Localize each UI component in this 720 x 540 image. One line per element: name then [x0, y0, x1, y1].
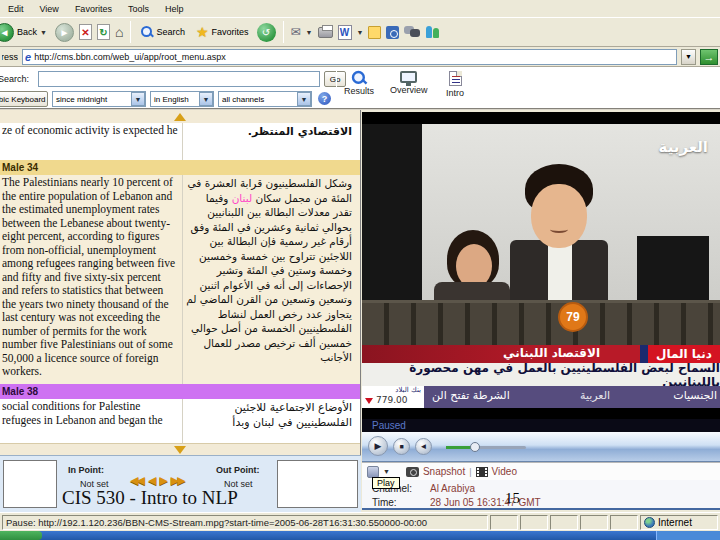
history-button[interactable]: ↺	[257, 23, 276, 42]
scroll-down-bar[interactable]	[0, 443, 360, 455]
header-divider	[438, 70, 439, 106]
status-cell	[520, 515, 548, 530]
utterance-arabic: الأوضاع الاجتماعية للاجئين الفلسطينيين ف…	[183, 399, 360, 443]
chevron-down-icon: ▼	[131, 92, 145, 106]
jump-forward-button[interactable]: ▶▶	[171, 474, 184, 487]
address-input[interactable]	[34, 52, 674, 62]
menu-tools[interactable]: Tools	[128, 4, 149, 14]
address-bar: Address e ▼ →	[0, 47, 720, 67]
utterance-row[interactable]: ze of economic activity is expected he ا…	[0, 123, 360, 160]
utterance-arabic: وشكل الفلسطينيون قرابة العشرة في المئة م…	[183, 175, 360, 384]
edit-word-button[interactable]: W	[338, 25, 352, 40]
research-button[interactable]	[386, 26, 399, 39]
search-button[interactable]: Search	[138, 25, 188, 39]
address-dropdown-button[interactable]: ▼	[681, 49, 696, 65]
time-range-select[interactable]: since midnight ▼	[52, 91, 146, 107]
status-message: Pause: http://192.1.120.236/BBN-CMS-Stre…	[2, 515, 488, 530]
notes-button[interactable]	[368, 26, 381, 39]
ticker-logo: العربية	[580, 389, 610, 402]
language-select[interactable]: in English ▼	[150, 91, 214, 107]
taskbar-sliver	[0, 531, 720, 540]
system-tray-sliver	[656, 531, 720, 540]
status-cell	[490, 515, 518, 530]
step-forward-button[interactable]: ▶	[159, 474, 165, 487]
nav-results-button[interactable]: Results	[344, 72, 374, 96]
utterance-row[interactable]: The Palestinians nearly 10 percent of th…	[0, 175, 360, 384]
stop-button[interactable]: ✕	[79, 24, 92, 40]
scroll-up-bar[interactable]	[0, 110, 360, 123]
search-go-button[interactable]: Go	[324, 71, 346, 87]
browser-toolbar: ◄ Back ▼ ► ✕ ↻ ⌂ Search ★ Favorites ↺ ✉ …	[0, 18, 720, 47]
news-caption: السماح لبعض الفلسطينيين بالعمل في مهن مح…	[362, 363, 720, 386]
home-button[interactable]: ⌂	[115, 24, 123, 40]
nav-overview-button[interactable]: Overview	[390, 71, 428, 95]
snapshot-link[interactable]: Snapshot	[423, 466, 465, 477]
play-button[interactable]: ▶	[368, 436, 388, 456]
status-bar: Pause: http://192.1.120.236/BBN-CMS-Stre…	[0, 512, 720, 531]
edit-dropdown-icon[interactable]: ▼	[357, 29, 364, 36]
ie-page-icon: e	[25, 51, 31, 63]
jump-back-button[interactable]: ◀◀	[130, 474, 143, 487]
back-icon: ◄	[0, 23, 14, 42]
arabic-text: وفيما تقدر معدلات البطالة بين اللبنانيين…	[186, 192, 352, 364]
stop-playback-button[interactable]: ■	[393, 438, 410, 455]
banner-title: الاقتصاد اللبناني	[503, 346, 600, 360]
menu-edit[interactable]: Edit	[8, 4, 24, 14]
play-menu-dropdown-icon[interactable]: ▼	[383, 468, 390, 475]
out-point-label: Out Point:	[216, 465, 260, 475]
utterance-arabic: الاقتصادي المنتظر.	[183, 123, 360, 160]
channel-select[interactable]: all channels ▼	[218, 91, 312, 107]
clip-controls-bar: In Point: Not set ◀◀ ◀ ▶ ▶▶ Out Point: N…	[0, 455, 361, 512]
player-controls: ▶ ■ ◄	[362, 432, 720, 462]
channel-value: Al Arabiya	[430, 483, 475, 494]
mute-button[interactable]: ◄	[415, 438, 432, 455]
step-back-button[interactable]: ◀	[148, 474, 154, 487]
play-menu-icon[interactable]	[367, 466, 379, 478]
boy-smile	[550, 226, 568, 233]
mail-dropdown-icon[interactable]: ▼	[306, 29, 313, 36]
search-input[interactable]	[38, 71, 320, 87]
transcript-panel: ze of economic activity is expected he ا…	[0, 110, 361, 455]
print-button[interactable]	[318, 27, 333, 38]
help-icon[interactable]: ?	[318, 92, 331, 105]
back-button[interactable]: ◄ Back ▼	[0, 22, 50, 43]
results-label: Results	[344, 86, 374, 96]
toolbar-separator: |	[469, 467, 471, 477]
scroll-up-icon	[174, 113, 186, 121]
menu-favorites[interactable]: Favorites	[75, 4, 112, 14]
start-button-sliver[interactable]	[0, 531, 42, 540]
ticker-text-right: الجنسيات	[673, 389, 717, 402]
globe-icon	[644, 517, 655, 528]
utterance-row[interactable]: social conditions for Palestine refugees…	[0, 399, 360, 443]
overview-monitor-icon	[400, 71, 417, 83]
refresh-button[interactable]: ↻	[97, 24, 110, 40]
play-tooltip: Play	[372, 477, 400, 489]
menu-view[interactable]: View	[40, 4, 59, 14]
stock-value: 779.00	[376, 395, 408, 405]
video-panel: 79 العربية الاقتصاد اللبناني دنيا المال …	[361, 110, 720, 512]
go-arrow-button[interactable]: →	[700, 49, 718, 65]
search-icon	[141, 26, 153, 38]
messenger-button[interactable]	[425, 26, 440, 39]
nav-intro-button[interactable]: Intro	[446, 71, 464, 98]
favorites-button[interactable]: ★ Favorites	[193, 23, 252, 41]
mail-button[interactable]: ✉	[291, 25, 301, 39]
player-status: Paused	[362, 419, 720, 432]
slide-title: CIS 530 - Intro to NLP	[62, 487, 238, 509]
volume-slider-thumb[interactable]	[470, 442, 480, 452]
address-field: e	[22, 49, 677, 65]
arabic-keyboard-button[interactable]: Arabic Keyboard	[0, 91, 48, 107]
search-label: Search	[156, 27, 185, 37]
results-magnifier-icon	[352, 71, 366, 85]
video-link[interactable]: Video	[492, 466, 517, 477]
discuss-button[interactable]	[404, 26, 420, 38]
boy-face	[531, 184, 587, 248]
search-hit-highlight: لبنان	[232, 192, 252, 204]
speaker-header-male-34: Male 34	[0, 160, 360, 175]
forward-button[interactable]: ►	[55, 23, 74, 42]
back-dropdown-icon[interactable]: ▼	[40, 29, 47, 36]
menu-bar: Edit View Favorites Tools Help	[0, 0, 720, 18]
menu-help[interactable]: Help	[165, 4, 184, 14]
favorites-label: Favorites	[212, 27, 249, 37]
video-display: 79 العربية الاقتصاد اللبناني دنيا المال …	[362, 112, 720, 432]
